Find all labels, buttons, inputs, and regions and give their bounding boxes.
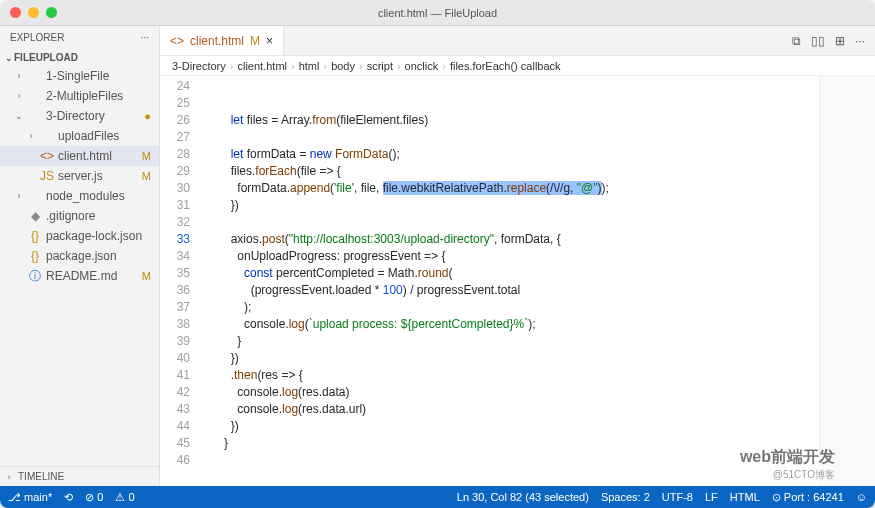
tab-client-html[interactable]: <> client.html M × <box>160 26 284 55</box>
sync-icon[interactable]: ⟲ <box>64 491 73 504</box>
errors-count[interactable]: ⊘ 0 <box>85 491 103 504</box>
cursor-position[interactable]: Ln 30, Col 82 (43 selected) <box>457 491 589 503</box>
tab-bar: <> client.html M × ⧉ ▯▯ ⊞ ··· <box>160 26 875 56</box>
tree-item[interactable]: ›node_modules <box>0 186 159 206</box>
chevron-right-icon[interactable]: › <box>4 472 14 482</box>
encoding[interactable]: UTF-8 <box>662 491 693 503</box>
tree-item[interactable]: ›2-MultipleFiles <box>0 86 159 106</box>
line-gutter: 2425262728293031323334353637383940414243… <box>160 76 204 486</box>
tree-item[interactable]: ⌄3-Directory● <box>0 106 159 126</box>
tab-status: M <box>250 34 260 48</box>
tree-item[interactable]: ⓘREADME.mdM <box>0 266 159 286</box>
tree-item[interactable]: {}package.json <box>0 246 159 266</box>
timeline-label: TIMELINE <box>18 471 64 482</box>
breadcrumb-item[interactable]: onclick <box>405 60 439 72</box>
split-icon[interactable]: ▯▯ <box>811 34 825 48</box>
breadcrumb-item[interactable]: body <box>331 60 355 72</box>
eol[interactable]: LF <box>705 491 718 503</box>
tree-item[interactable]: JSserver.jsM <box>0 166 159 186</box>
file-tree: ›1-SingleFile›2-MultipleFiles⌄3-Director… <box>0 66 159 286</box>
breadcrumb[interactable]: 3-Directory›client.html›html›body›script… <box>160 56 875 76</box>
breadcrumb-item[interactable]: 3-Directory <box>172 60 226 72</box>
min-dot[interactable] <box>28 7 39 18</box>
titlebar: client.html — FileUpload <box>0 0 875 26</box>
feedback-icon[interactable]: ☺ <box>856 491 867 503</box>
tree-item[interactable]: <>client.htmlM <box>0 146 159 166</box>
breadcrumb-item[interactable]: files.forEach() callback <box>450 60 561 72</box>
branch-indicator[interactable]: ⎇ main* <box>8 491 52 504</box>
chevron-down-icon[interactable]: ⌄ <box>4 53 14 63</box>
explorer-more-icon[interactable]: ··· <box>141 32 149 43</box>
layout-icon[interactable]: ⊞ <box>835 34 845 48</box>
breadcrumb-item[interactable]: client.html <box>237 60 287 72</box>
port-indicator[interactable]: ⊙ Port : 64241 <box>772 491 844 504</box>
tree-item[interactable]: ›uploadFiles <box>0 126 159 146</box>
breadcrumb-item[interactable]: script <box>367 60 393 72</box>
more-icon[interactable]: ··· <box>855 34 865 48</box>
close-dot[interactable] <box>10 7 21 18</box>
explorer-label: EXPLORER <box>10 32 64 43</box>
breadcrumb-item[interactable]: html <box>299 60 320 72</box>
statusbar: ⎇ main* ⟲ ⊘ 0 ⚠ 0 Ln 30, Col 82 (43 sele… <box>0 486 875 508</box>
compare-icon[interactable]: ⧉ <box>792 34 801 48</box>
warnings-count[interactable]: ⚠ 0 <box>115 491 134 504</box>
traffic-lights <box>10 7 57 18</box>
window-title: client.html — FileUpload <box>378 7 497 19</box>
close-icon[interactable]: × <box>266 34 273 48</box>
tree-item[interactable]: {}package-lock.json <box>0 226 159 246</box>
sidebar: EXPLORER ··· ⌄ FILEUPLOAD ›1-SingleFile›… <box>0 26 160 486</box>
language-mode[interactable]: HTML <box>730 491 760 503</box>
code-editor[interactable]: 2425262728293031323334353637383940414243… <box>160 76 875 486</box>
minimap[interactable] <box>819 76 875 486</box>
watermark: web前端开发 @51CTO博客 <box>740 447 835 482</box>
html-icon: <> <box>170 34 184 48</box>
tree-item[interactable]: ◆.gitignore <box>0 206 159 226</box>
max-dot[interactable] <box>46 7 57 18</box>
code-content[interactable]: let files = Array.from(fileElement.files… <box>204 76 819 486</box>
project-name: FILEUPLOAD <box>14 52 78 63</box>
tree-item[interactable]: ›1-SingleFile <box>0 66 159 86</box>
tab-filename: client.html <box>190 34 244 48</box>
indent-setting[interactable]: Spaces: 2 <box>601 491 650 503</box>
